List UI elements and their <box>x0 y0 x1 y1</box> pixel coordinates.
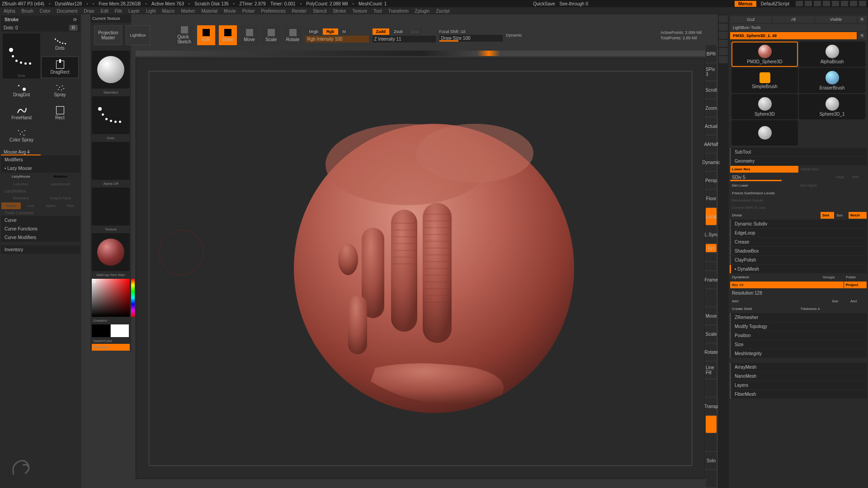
meshintegrity-section[interactable]: MeshIntegrity <box>730 349 867 358</box>
tray-button[interactable] <box>796 1 803 6</box>
tool-slot[interactable] <box>731 120 798 145</box>
blur-slider[interactable]: Blur 24 <box>730 282 844 288</box>
stroke-spray[interactable]: Spray <box>41 80 79 101</box>
crease-section[interactable]: Crease <box>730 238 867 246</box>
lightbox-button[interactable]: LightBox <box>126 25 150 45</box>
edit-button[interactable]: Edit <box>197 25 215 45</box>
move-button[interactable]: Move <box>241 25 259 45</box>
position-section[interactable]: Position <box>730 331 867 340</box>
menu-item[interactable]: Render <box>292 9 307 14</box>
shelf-button[interactable] <box>706 434 717 451</box>
stroke-rect[interactable]: Rect <box>41 102 79 124</box>
dynamic-button[interactable]: Dynamic <box>706 154 717 171</box>
rotate-button[interactable]: Rotate <box>706 343 717 361</box>
menu-item[interactable]: Edit <box>101 9 108 14</box>
quicksketch-button[interactable]: Quick Sketch <box>175 25 193 45</box>
menu-item[interactable]: Preferences <box>261 9 286 14</box>
shelf-button[interactable] <box>706 253 717 261</box>
lower-res-button[interactable]: Lower Res <box>730 166 798 173</box>
menu-item[interactable]: Zplugin <box>415 9 430 14</box>
shelf-button[interactable] <box>706 380 717 397</box>
menu-item[interactable]: Macro <box>162 9 175 14</box>
tool-eraserbrush[interactable]: EraserBrush <box>799 68 865 93</box>
xyz-button[interactable]: Xyz <box>706 244 717 252</box>
scroll-button[interactable]: Scroll <box>706 81 717 99</box>
stroke-freehand[interactable]: FreeHand <box>3 102 40 124</box>
subtool-section[interactable]: SubTool <box>730 148 867 156</box>
del-lower-button[interactable]: Del Lower <box>730 182 798 189</box>
frame-button[interactable]: Frame <box>706 271 717 288</box>
stroke-dragrect[interactable]: DragRect <box>41 56 79 78</box>
sculpt-mesh[interactable] <box>258 106 583 431</box>
menu-item[interactable]: Light <box>146 9 156 14</box>
and-button[interactable]: And <box>849 298 867 305</box>
draw-button[interactable]: Draw <box>219 25 237 45</box>
inventory-section[interactable]: Inventory <box>1 245 80 254</box>
lazymouse-button[interactable]: LazyMouse <box>1 173 41 180</box>
rotate-button[interactable]: Rotate <box>284 25 302 45</box>
tool-alphabrush[interactable]: AlphaBrush <box>799 42 865 67</box>
hue-strip[interactable] <box>131 279 135 317</box>
persp-button[interactable]: Persp <box>706 172 717 189</box>
arraymesh-section[interactable]: ArrayMesh <box>730 363 867 371</box>
curve-section[interactable]: Curve <box>1 216 80 225</box>
stroke-dots-big[interactable]: Dots <box>3 33 40 79</box>
tool-simplebrush[interactable]: SimpleBrush <box>731 68 798 93</box>
viewport[interactable] <box>136 58 705 479</box>
menu-item[interactable]: Zscript <box>436 9 449 14</box>
projection-master[interactable]: Projection Master <box>94 25 122 45</box>
z-intensity-slider[interactable]: Z Intensity 11 <box>373 36 436 42</box>
menu-item[interactable]: Material <box>202 9 218 14</box>
create-shell-button[interactable]: Create Shell <box>730 305 798 312</box>
lightbox-tools[interactable]: LightBox› Tools <box>730 24 867 31</box>
zremesher-section[interactable]: ZRemesher <box>730 313 867 322</box>
actual-button[interactable]: Actual <box>706 117 717 135</box>
visible-button[interactable]: Visible <box>815 16 857 23</box>
menu-item[interactable]: Movie <box>224 9 236 14</box>
m-toggle[interactable]: M <box>339 28 350 35</box>
menu-item[interactable]: Picker <box>242 9 255 14</box>
dynamesh-button[interactable]: DynaMesh <box>730 274 821 281</box>
linefill-button[interactable]: Line Fill <box>706 361 717 379</box>
tray-button[interactable] <box>823 1 830 6</box>
nanomesh-section[interactable]: NanoMesh <box>730 372 867 380</box>
brush-standard[interactable] <box>92 51 130 89</box>
swatch-black[interactable] <box>92 324 110 337</box>
menu-item[interactable]: Draw <box>84 9 94 14</box>
menu-item[interactable]: Transform <box>388 9 408 14</box>
geometry-section[interactable]: Geometry <box>730 157 867 165</box>
tool-sphere3d-1[interactable]: Sphere3D_1 <box>799 94 865 119</box>
quicksave[interactable]: QuickSave <box>533 1 555 6</box>
menu-item[interactable]: File <box>115 9 122 14</box>
focal-shift-slider[interactable]: Focal Shift -18 <box>439 29 503 34</box>
menu-item[interactable]: Marker <box>181 9 195 14</box>
size-section[interactable]: Size <box>730 340 867 349</box>
shelf-button[interactable] <box>706 289 717 306</box>
menu-item[interactable]: Layer <box>128 9 140 14</box>
tray-button[interactable] <box>832 1 839 6</box>
transp-button[interactable]: Transp <box>706 398 717 415</box>
curve-modifiers-section[interactable]: Curve Modifiers <box>1 233 80 242</box>
dynamic-subdiv-section[interactable]: Dynamic Subdiv <box>730 220 867 228</box>
shadowbox-section[interactable]: ShadowBox <box>730 247 867 255</box>
menu-item[interactable]: Tool <box>373 9 382 14</box>
rgb-intensity-slider[interactable]: Rgb Intensity 100 <box>306 36 369 42</box>
modifiers-section[interactable]: Modifiers <box>1 155 80 164</box>
switch-color[interactable]: SwitchColor <box>90 338 131 344</box>
alpha-off[interactable] <box>92 142 130 180</box>
menus-button[interactable]: Menus <box>735 1 756 7</box>
spix-button[interactable]: SPix 3 <box>706 63 717 80</box>
stroke-dots-preview[interactable] <box>92 96 130 134</box>
dynamesh-section[interactable]: • DynaMesh <box>730 265 867 273</box>
modify-topology-section[interactable]: Modify Topology <box>730 322 867 331</box>
menu-item[interactable]: Document <box>57 9 78 14</box>
scale-button[interactable]: Scale <box>262 25 280 45</box>
edgeloop-section[interactable]: EdgeLoop <box>730 229 867 237</box>
freeze-subdiv-button[interactable]: Freeze SubDivision Levels <box>730 190 867 197</box>
menu-item[interactable]: Brush <box>22 9 33 14</box>
matcap-preview[interactable] <box>92 233 130 271</box>
groups-button[interactable]: Groups <box>821 274 844 281</box>
menu-item[interactable]: Color <box>40 9 51 14</box>
smt-button[interactable]: Smt <box>821 212 834 219</box>
thickness-slider[interactable]: Thickness 4 <box>799 305 867 312</box>
